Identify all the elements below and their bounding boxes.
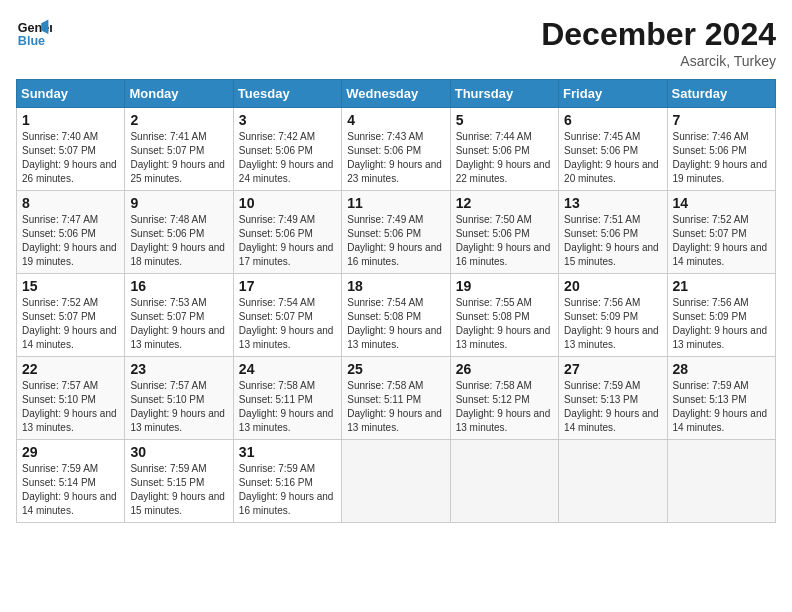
calendar-cell: 16 Sunrise: 7:53 AM Sunset: 5:07 PM Dayl… [125,274,233,357]
svg-text:Blue: Blue [18,34,45,48]
calendar-cell: 9 Sunrise: 7:48 AM Sunset: 5:06 PM Dayli… [125,191,233,274]
sunset-label: Sunset: 5:15 PM [130,477,204,488]
day-info: Sunrise: 7:59 AM Sunset: 5:14 PM Dayligh… [22,462,119,518]
sunset-label: Sunset: 5:07 PM [130,311,204,322]
calendar-header-row: SundayMondayTuesdayWednesdayThursdayFrid… [17,80,776,108]
day-number: 30 [130,444,227,460]
day-info: Sunrise: 7:49 AM Sunset: 5:06 PM Dayligh… [347,213,444,269]
calendar-cell: 18 Sunrise: 7:54 AM Sunset: 5:08 PM Dayl… [342,274,450,357]
calendar-cell: 20 Sunrise: 7:56 AM Sunset: 5:09 PM Dayl… [559,274,667,357]
sunset-label: Sunset: 5:12 PM [456,394,530,405]
day-number: 29 [22,444,119,460]
day-number: 20 [564,278,661,294]
daylight-label: Daylight: 9 hours and 18 minutes. [130,242,225,267]
day-number: 19 [456,278,553,294]
daylight-label: Daylight: 9 hours and 16 minutes. [347,242,442,267]
calendar-cell: 3 Sunrise: 7:42 AM Sunset: 5:06 PM Dayli… [233,108,341,191]
day-number: 21 [673,278,770,294]
sunset-label: Sunset: 5:13 PM [564,394,638,405]
day-number: 25 [347,361,444,377]
calendar-cell: 7 Sunrise: 7:46 AM Sunset: 5:06 PM Dayli… [667,108,775,191]
sunset-label: Sunset: 5:08 PM [456,311,530,322]
daylight-label: Daylight: 9 hours and 26 minutes. [22,159,117,184]
month-title: December 2024 [541,16,776,53]
weekday-header: Thursday [450,80,558,108]
sunset-label: Sunset: 5:06 PM [347,145,421,156]
day-info: Sunrise: 7:56 AM Sunset: 5:09 PM Dayligh… [673,296,770,352]
logo: General Blue [16,16,52,52]
sunrise-label: Sunrise: 7:43 AM [347,131,423,142]
daylight-label: Daylight: 9 hours and 24 minutes. [239,159,334,184]
day-number: 15 [22,278,119,294]
sunset-label: Sunset: 5:07 PM [130,145,204,156]
day-info: Sunrise: 7:59 AM Sunset: 5:15 PM Dayligh… [130,462,227,518]
weekday-header: Wednesday [342,80,450,108]
day-number: 7 [673,112,770,128]
day-number: 27 [564,361,661,377]
day-info: Sunrise: 7:58 AM Sunset: 5:11 PM Dayligh… [239,379,336,435]
sunset-label: Sunset: 5:11 PM [239,394,313,405]
sunset-label: Sunset: 5:06 PM [564,145,638,156]
day-number: 18 [347,278,444,294]
calendar-cell: 8 Sunrise: 7:47 AM Sunset: 5:06 PM Dayli… [17,191,125,274]
day-number: 2 [130,112,227,128]
weekday-header: Sunday [17,80,125,108]
sunset-label: Sunset: 5:07 PM [22,311,96,322]
calendar-week-row: 29 Sunrise: 7:59 AM Sunset: 5:14 PM Dayl… [17,440,776,523]
day-info: Sunrise: 7:53 AM Sunset: 5:07 PM Dayligh… [130,296,227,352]
sunrise-label: Sunrise: 7:51 AM [564,214,640,225]
day-number: 14 [673,195,770,211]
sunrise-label: Sunrise: 7:49 AM [347,214,423,225]
calendar-week-row: 15 Sunrise: 7:52 AM Sunset: 5:07 PM Dayl… [17,274,776,357]
daylight-label: Daylight: 9 hours and 14 minutes. [673,408,768,433]
calendar-cell: 27 Sunrise: 7:59 AM Sunset: 5:13 PM Dayl… [559,357,667,440]
day-info: Sunrise: 7:52 AM Sunset: 5:07 PM Dayligh… [22,296,119,352]
daylight-label: Daylight: 9 hours and 22 minutes. [456,159,551,184]
sunset-label: Sunset: 5:10 PM [130,394,204,405]
day-info: Sunrise: 7:44 AM Sunset: 5:06 PM Dayligh… [456,130,553,186]
sunset-label: Sunset: 5:06 PM [347,228,421,239]
calendar-cell: 10 Sunrise: 7:49 AM Sunset: 5:06 PM Dayl… [233,191,341,274]
day-info: Sunrise: 7:46 AM Sunset: 5:06 PM Dayligh… [673,130,770,186]
day-number: 31 [239,444,336,460]
daylight-label: Daylight: 9 hours and 13 minutes. [347,408,442,433]
daylight-label: Daylight: 9 hours and 13 minutes. [456,325,551,350]
day-info: Sunrise: 7:59 AM Sunset: 5:16 PM Dayligh… [239,462,336,518]
sunrise-label: Sunrise: 7:59 AM [130,463,206,474]
sunrise-label: Sunrise: 7:55 AM [456,297,532,308]
page-header: General Blue December 2024 Asarcik, Turk… [16,16,776,69]
day-number: 13 [564,195,661,211]
daylight-label: Daylight: 9 hours and 16 minutes. [239,491,334,516]
day-info: Sunrise: 7:58 AM Sunset: 5:11 PM Dayligh… [347,379,444,435]
daylight-label: Daylight: 9 hours and 13 minutes. [130,325,225,350]
sunrise-label: Sunrise: 7:58 AM [347,380,423,391]
day-info: Sunrise: 7:41 AM Sunset: 5:07 PM Dayligh… [130,130,227,186]
sunset-label: Sunset: 5:11 PM [347,394,421,405]
sunrise-label: Sunrise: 7:53 AM [130,297,206,308]
calendar-cell: 25 Sunrise: 7:58 AM Sunset: 5:11 PM Dayl… [342,357,450,440]
calendar-cell: 12 Sunrise: 7:50 AM Sunset: 5:06 PM Dayl… [450,191,558,274]
sunset-label: Sunset: 5:06 PM [564,228,638,239]
day-info: Sunrise: 7:48 AM Sunset: 5:06 PM Dayligh… [130,213,227,269]
sunrise-label: Sunrise: 7:59 AM [239,463,315,474]
sunrise-label: Sunrise: 7:52 AM [22,297,98,308]
calendar-cell: 4 Sunrise: 7:43 AM Sunset: 5:06 PM Dayli… [342,108,450,191]
weekday-header: Friday [559,80,667,108]
sunset-label: Sunset: 5:06 PM [456,145,530,156]
sunset-label: Sunset: 5:16 PM [239,477,313,488]
sunrise-label: Sunrise: 7:57 AM [130,380,206,391]
calendar-cell: 19 Sunrise: 7:55 AM Sunset: 5:08 PM Dayl… [450,274,558,357]
day-info: Sunrise: 7:45 AM Sunset: 5:06 PM Dayligh… [564,130,661,186]
day-number: 10 [239,195,336,211]
daylight-label: Daylight: 9 hours and 13 minutes. [564,325,659,350]
daylight-label: Daylight: 9 hours and 13 minutes. [239,325,334,350]
calendar-cell: 28 Sunrise: 7:59 AM Sunset: 5:13 PM Dayl… [667,357,775,440]
sunrise-label: Sunrise: 7:54 AM [347,297,423,308]
sunrise-label: Sunrise: 7:56 AM [564,297,640,308]
daylight-label: Daylight: 9 hours and 13 minutes. [130,408,225,433]
sunset-label: Sunset: 5:06 PM [239,145,313,156]
sunset-label: Sunset: 5:06 PM [239,228,313,239]
day-info: Sunrise: 7:57 AM Sunset: 5:10 PM Dayligh… [22,379,119,435]
sunrise-label: Sunrise: 7:41 AM [130,131,206,142]
day-info: Sunrise: 7:57 AM Sunset: 5:10 PM Dayligh… [130,379,227,435]
